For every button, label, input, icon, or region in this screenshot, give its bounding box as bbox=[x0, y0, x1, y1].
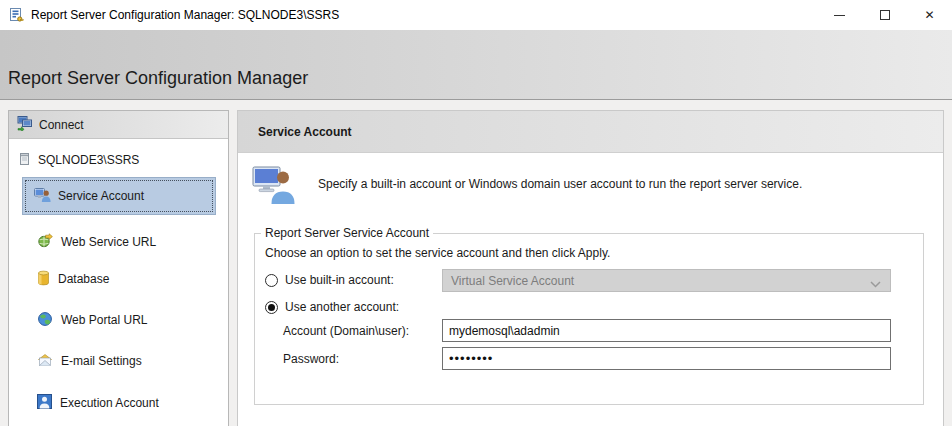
app-window: Report Server Configuration Manager: SQL… bbox=[0, 0, 952, 426]
sidebar: Connect SQLNODE3\SSRS bbox=[8, 110, 229, 426]
panel-header: Service Account bbox=[238, 111, 943, 153]
service-account-icon bbox=[34, 187, 51, 205]
groupbox-instruction: Choose an option to set the service acco… bbox=[265, 246, 610, 260]
sidebar-item-execution-account[interactable]: Execution Account bbox=[37, 390, 159, 416]
builtin-account-selected-value: Virtual Service Account bbox=[451, 274, 574, 288]
window-controls: ✕ bbox=[817, 0, 952, 30]
panel-title: Service Account bbox=[258, 125, 352, 139]
builtin-account-select: Virtual Service Account bbox=[442, 269, 891, 292]
connect-label: Connect bbox=[39, 118, 84, 132]
sidebar-item-label: Web Service URL bbox=[61, 235, 156, 249]
account-label: Account (Domain\user): bbox=[283, 324, 409, 338]
account-input[interactable] bbox=[442, 319, 891, 342]
use-another-account-label: Use another account: bbox=[285, 300, 399, 314]
sidebar-item-label: Web Portal URL bbox=[61, 313, 147, 327]
panel-description: Specify a built-in account or Windows do… bbox=[318, 177, 918, 192]
connect-icon bbox=[17, 115, 33, 134]
execution-account-icon bbox=[37, 394, 52, 412]
use-builtin-account-radio[interactable]: Use built-in account: bbox=[265, 272, 394, 288]
password-input[interactable] bbox=[442, 347, 891, 370]
groupbox-legend: Report Server Service Account bbox=[261, 226, 433, 240]
page-title: Report Server Configuration Manager bbox=[8, 68, 308, 89]
title-bar: Report Server Configuration Manager: SQL… bbox=[0, 0, 952, 30]
sidebar-item-email-settings[interactable]: E-mail Settings bbox=[37, 348, 142, 374]
service-account-groupbox: Report Server Service Account Choose an … bbox=[254, 233, 924, 405]
maximize-icon bbox=[880, 10, 890, 20]
radio-checked-icon bbox=[265, 301, 278, 314]
minimize-icon bbox=[834, 15, 845, 16]
close-button[interactable]: ✕ bbox=[907, 0, 952, 30]
sidebar-item-web-service-url[interactable]: Web Service URL bbox=[37, 229, 156, 255]
web-service-url-icon bbox=[37, 233, 53, 252]
sidebar-item-server[interactable]: SQLNODE3\SSRS bbox=[19, 147, 139, 173]
service-account-large-icon bbox=[252, 164, 296, 207]
radio-unchecked-icon bbox=[265, 274, 278, 287]
use-another-account-radio[interactable]: Use another account: bbox=[265, 299, 399, 315]
sidebar-item-label: E-mail Settings bbox=[61, 354, 142, 368]
connect-header[interactable]: Connect bbox=[9, 111, 228, 139]
server-icon bbox=[19, 152, 30, 169]
password-label: Password: bbox=[283, 352, 339, 366]
email-settings-icon bbox=[37, 353, 53, 370]
sidebar-item-service-account[interactable]: Service Account bbox=[22, 177, 216, 215]
database-icon bbox=[37, 270, 50, 289]
use-builtin-account-label: Use built-in account: bbox=[285, 273, 394, 287]
sidebar-item-database[interactable]: Database bbox=[37, 266, 109, 292]
window-title: Report Server Configuration Manager: SQL… bbox=[31, 8, 339, 22]
web-portal-url-icon bbox=[37, 311, 53, 330]
sidebar-item-label: Service Account bbox=[58, 189, 144, 203]
chevron-down-icon bbox=[870, 277, 881, 291]
server-label: SQLNODE3\SSRS bbox=[38, 153, 139, 167]
page-header-band: Report Server Configuration Manager bbox=[0, 30, 952, 100]
sidebar-item-web-portal-url[interactable]: Web Portal URL bbox=[37, 307, 147, 333]
minimize-button[interactable] bbox=[817, 0, 862, 30]
sidebar-item-label: Execution Account bbox=[60, 396, 159, 410]
app-icon bbox=[8, 7, 24, 23]
maximize-button[interactable] bbox=[862, 0, 907, 30]
main-panel: Service Account Specify a built-in accou… bbox=[237, 110, 944, 426]
sidebar-item-label: Database bbox=[58, 272, 109, 286]
